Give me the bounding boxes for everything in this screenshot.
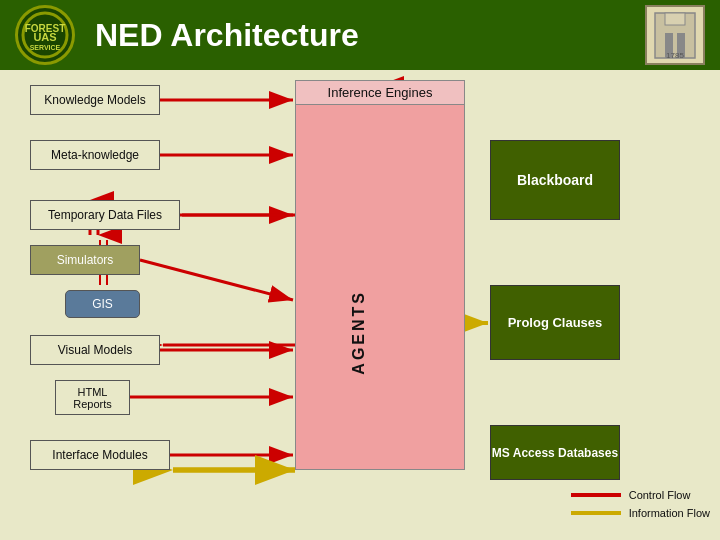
svg-text:1785: 1785 bbox=[666, 51, 684, 60]
ms-access-box: MS Access Databases bbox=[490, 425, 620, 480]
legend-control-label: Control Flow bbox=[629, 489, 691, 501]
logo-right: 1785 bbox=[645, 5, 705, 65]
visual-models-box: Visual Models bbox=[30, 335, 160, 365]
svg-text:SERVICE: SERVICE bbox=[30, 44, 61, 51]
interface-modules-box: Interface Modules bbox=[30, 440, 170, 470]
gis-box: GIS bbox=[65, 290, 140, 318]
legend-control-flow: Control Flow bbox=[571, 489, 710, 501]
inference-engines-label: Inference Engines bbox=[295, 80, 465, 105]
header: FOREST UAS SERVICE NED Architecture 1785 bbox=[0, 0, 720, 70]
legend-info-flow: Information Flow bbox=[571, 507, 710, 519]
svg-line-21 bbox=[140, 260, 293, 300]
knowledge-models-box: Knowledge Models bbox=[30, 85, 160, 115]
legend: Control Flow Information Flow bbox=[571, 489, 710, 525]
prolog-clauses-box: Prolog Clauses bbox=[490, 285, 620, 360]
page-title: NED Architecture bbox=[95, 17, 359, 54]
blackboard-box: Blackboard bbox=[490, 140, 620, 220]
meta-knowledge-box: Meta-knowledge bbox=[30, 140, 160, 170]
legend-red-line bbox=[571, 493, 621, 497]
simulators-box: Simulators bbox=[30, 245, 140, 275]
logo-left: FOREST UAS SERVICE bbox=[15, 5, 75, 65]
legend-info-label: Information Flow bbox=[629, 507, 710, 519]
temp-data-files-box: Temporary Data Files bbox=[30, 200, 180, 230]
inference-engines-box bbox=[295, 80, 465, 470]
svg-rect-5 bbox=[665, 13, 685, 25]
diagram-area: Inference Engines AGENTS Knowledge Model… bbox=[0, 70, 720, 540]
svg-text:UAS: UAS bbox=[33, 31, 56, 43]
legend-yellow-line bbox=[571, 511, 621, 515]
html-reports-box: HTML Reports bbox=[55, 380, 130, 415]
agents-label: AGENTS bbox=[350, 290, 368, 375]
